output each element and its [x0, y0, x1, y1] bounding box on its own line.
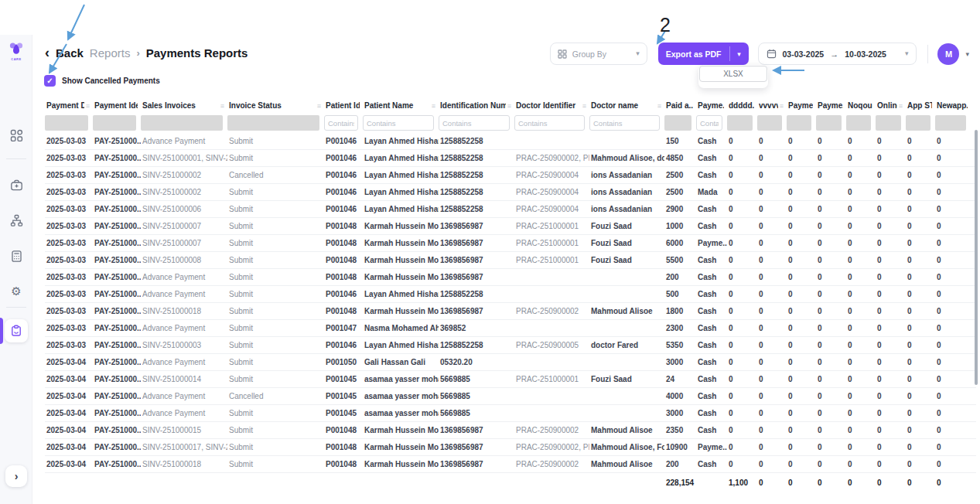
filter-input-identification-number-6[interactable]: [439, 115, 510, 131]
cell: 0: [846, 273, 876, 281]
chevron-down-icon: ▾: [905, 50, 909, 57]
column-header-doctor-name-8[interactable]: Doctor name≡: [589, 101, 664, 110]
column-header-ddddd-11[interactable]: ddddd...: [727, 101, 757, 110]
column-header-doctor-identifier-7[interactable]: Doctor Identifier≡: [514, 101, 589, 110]
vertical-scrollbar[interactable]: [975, 130, 978, 385]
table-row[interactable]: 2025-03-03PAY-251000...Advance PaymentSu…: [45, 320, 976, 337]
table-row[interactable]: 2025-03-04PAY-251000...SINV-251000017, S…: [45, 439, 976, 456]
cell: P001046: [324, 171, 363, 179]
app-logo[interactable]: CARE: [0, 41, 32, 61]
filter-input-patient-name-5[interactable]: [363, 115, 434, 131]
cell: 4000: [664, 392, 696, 400]
column-header-online-16[interactable]: Online ...≡: [876, 101, 906, 110]
filter-disabled-box: [141, 115, 223, 131]
cell: ions Assadanian: [589, 188, 664, 196]
table-row[interactable]: 2025-03-04PAY-251000...Advance PaymentSu…: [45, 405, 976, 422]
apps-grid-icon: [10, 129, 23, 142]
sidebar: CARE: [0, 35, 32, 504]
table-row[interactable]: 2025-03-03PAY-251000...SINV-251000007Sub…: [45, 218, 976, 235]
column-menu-icon[interactable]: ≡: [582, 102, 586, 110]
table-row[interactable]: 2025-03-03PAY-251000...SINV-251000007Sub…: [45, 235, 976, 252]
cell: 0: [935, 324, 971, 332]
chevron-down-icon[interactable]: ▾: [965, 50, 969, 58]
column-menu-icon[interactable]: ≡: [220, 102, 224, 110]
sidebar-item-reports-active[interactable]: [5, 319, 28, 342]
table-row[interactable]: 2025-03-04PAY-251000...Advance PaymentCa…: [45, 388, 976, 405]
filter-input-doctor-identifier-7[interactable]: [514, 115, 585, 131]
column-menu-icon[interactable]: ≡: [657, 102, 661, 110]
table-row[interactable]: 2025-03-03PAY-251000...SINV-251000008Sub…: [45, 252, 976, 269]
table-row[interactable]: 2025-03-04PAY-251000...SINV-251000014Sub…: [45, 371, 976, 388]
table-row[interactable]: 2025-03-03PAY-251000...SINV-251000002Sub…: [45, 184, 976, 201]
column-header-sales-invoices-2[interactable]: Sales Invoices≡: [141, 101, 227, 110]
avatar[interactable]: M: [937, 43, 959, 65]
column-header-vvvvv-12[interactable]: vvvvv≡: [757, 101, 787, 110]
column-header-identification-number-6[interactable]: Identification Number≡: [439, 101, 514, 110]
filter-cell: [757, 115, 787, 131]
cell: 0: [906, 307, 935, 315]
filter-input-patient-identi-4[interactable]: [324, 115, 358, 131]
sidebar-divider: [6, 307, 26, 308]
column-header-newapp-18[interactable]: Newapp...: [935, 101, 971, 110]
date-range-picker[interactable]: 03-03-2025 → 10-03-2025 ▾: [758, 43, 917, 65]
table-row[interactable]: 2025-03-03PAY-251000...Advance PaymentSu…: [45, 286, 976, 303]
filter-disabled-box: [664, 115, 691, 131]
table-row[interactable]: 2025-03-04PAY-251000...SINV-251000018Sub…: [45, 456, 976, 473]
sidebar-item-calculator[interactable]: [0, 250, 32, 263]
column-header-payme-10[interactable]: Payme...: [696, 101, 727, 110]
show-cancelled-checkbox[interactable]: ✓: [44, 75, 56, 87]
table-row[interactable]: 2025-03-03PAY-251000...SINV-251000001, S…: [45, 150, 976, 167]
cell: 2025-03-03: [45, 324, 93, 332]
export-as-pdf-button[interactable]: Export as PDF: [658, 43, 729, 65]
column-header-paid-a-9[interactable]: Paid a...: [664, 101, 696, 110]
column-menu-icon[interactable]: ≡: [317, 102, 321, 110]
export-menu-toggle[interactable]: ▾: [730, 43, 749, 65]
column-header-patient-name-5[interactable]: Patient Name≡: [363, 101, 439, 110]
sidebar-expand-button[interactable]: ›: [5, 465, 27, 487]
column-header-label: vvvvv: [759, 101, 778, 110]
filter-cell: [324, 115, 363, 131]
column-header-noqoud-15[interactable]: Noqoud: [846, 101, 876, 110]
column-header-label: Payment Date: [46, 101, 84, 110]
cell: 0: [876, 171, 906, 179]
column-menu-icon[interactable]: ≡: [780, 102, 784, 110]
table-row[interactable]: 2025-03-03PAY-251000...SINV-251000006Sub…: [45, 201, 976, 218]
column-header-patient-identi-4[interactable]: Patient Identi...: [324, 101, 363, 110]
column-header-payme-14[interactable]: Payme...: [816, 101, 846, 110]
sidebar-item-settings[interactable]: ⚙: [0, 285, 32, 297]
table-row[interactable]: 2025-03-04PAY-251000...Advance PaymentSu…: [45, 354, 976, 371]
column-menu-icon[interactable]: ≡: [432, 102, 435, 110]
cell: 0: [816, 426, 846, 434]
column-header-app-st-17[interactable]: App ST...: [906, 101, 935, 110]
cell: Mahmoud Alisoe, Fouzi ...: [589, 443, 664, 451]
back-button[interactable]: Back: [56, 46, 84, 60]
column-menu-icon[interactable]: ≡: [899, 102, 903, 110]
filter-input-doctor-name-8[interactable]: [589, 115, 660, 131]
cell: P001045: [324, 409, 363, 417]
export-xlsx-option[interactable]: XLSX: [699, 66, 767, 82]
filter-cell: [906, 115, 935, 131]
sidebar-item-medical-bag[interactable]: [0, 179, 32, 192]
table-row[interactable]: 2025-03-03PAY-251000...SINV-251000002Can…: [45, 167, 976, 184]
column-header-payment-date-0[interactable]: Payment Date≡: [45, 101, 93, 110]
table-row[interactable]: 2025-03-03PAY-251000...SINV-251000018Sub…: [45, 303, 976, 320]
column-header-payment-iden-1[interactable]: Payment Iden...: [93, 101, 141, 110]
table-row[interactable]: 2025-03-04PAY-251000...SINV-251000015Sub…: [45, 422, 976, 439]
back-chevron-icon[interactable]: ‹: [45, 46, 50, 60]
filter-input-payme-10[interactable]: [696, 115, 722, 131]
column-header-payme-13[interactable]: Payme...: [787, 101, 816, 110]
sidebar-item-apps[interactable]: [0, 129, 32, 142]
sidebar-item-network[interactable]: [0, 214, 32, 227]
breadcrumb-parent[interactable]: Reports: [90, 46, 131, 60]
cell: 0: [846, 205, 876, 213]
column-menu-icon[interactable]: ≡: [507, 102, 511, 110]
column-menu-icon[interactable]: ≡: [86, 102, 90, 110]
table-row[interactable]: 2025-03-03PAY-251000...Advance PaymentSu…: [45, 269, 976, 286]
cell: 6000: [664, 239, 696, 247]
topbar: ‹ Back Reports › Payments Reports Group …: [32, 35, 980, 70]
table-row[interactable]: 2025-03-03PAY-251000...SINV-251000003Sub…: [45, 337, 976, 354]
column-header-invoice-status-3[interactable]: Invoice Status≡: [227, 101, 324, 110]
cell: Cash: [696, 273, 727, 281]
group-by-dropdown[interactable]: Group By ▾: [550, 43, 647, 65]
table-row[interactable]: 2025-03-03PAY-251000...Advance PaymentSu…: [45, 133, 976, 150]
